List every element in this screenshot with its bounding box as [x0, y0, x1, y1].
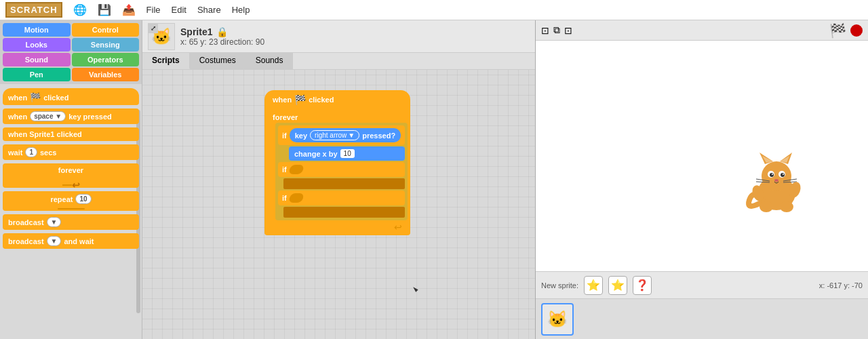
pen-category[interactable]: Pen: [3, 68, 71, 81]
motion-category[interactable]: Motion: [3, 23, 71, 37]
and-wait-label: and wait: [64, 237, 94, 245]
costumes-tab[interactable]: Costumes: [190, 53, 246, 69]
if-label-2: if: [282, 165, 287, 174]
file-menu[interactable]: File: [146, 5, 161, 15]
script-block-group: when 🏁 clicked forever if key: [264, 90, 410, 235]
clicked-label: clicked: [43, 94, 68, 102]
change-label: change x by: [294, 150, 338, 158]
scripts-canvas[interactable]: when 🏁 clicked forever if key: [142, 70, 535, 339]
if-body-2: [283, 207, 405, 218]
change-value[interactable]: 10: [340, 149, 355, 158]
hat-flag-icon: 🏁: [294, 94, 306, 105]
svg-point-12: [774, 179, 778, 182]
forever-wrapper[interactable]: forever if key right arrow ▼: [264, 109, 410, 235]
save-icon[interactable]: 💾: [98, 3, 111, 16]
svg-point-8: [770, 173, 774, 177]
blocks-palette: Motion Control Looks Sensing Sound Opera…: [0, 20, 142, 339]
stop-button[interactable]: [850, 24, 863, 37]
key-dropdown-arrow[interactable]: ▼: [348, 132, 355, 139]
sprite-name: Sprite1: [180, 26, 212, 37]
broadcast-wait-block[interactable]: broadcast ▼ and wait: [3, 233, 139, 249]
repeat-block[interactable]: repeat 10: [3, 191, 139, 211]
flag-icon: 🏁: [30, 92, 41, 102]
paint-sprite-button[interactable]: ⭐: [584, 276, 603, 295]
when-key-pressed-block[interactable]: when space ▼ key pressed: [3, 108, 139, 124]
edit-menu[interactable]: Edit: [172, 5, 186, 15]
blocks-list: when 🏁 clicked when space ▼ key pressed …: [0, 84, 142, 339]
sensing-category[interactable]: Sensing: [72, 38, 140, 52]
when-sprite-label: when Sprite1 clicked: [8, 130, 82, 138]
share-menu[interactable]: Share: [197, 5, 221, 15]
forever-label-canvas: forever: [270, 112, 408, 123]
broadcast-wait-dropdown[interactable]: ▼: [47, 236, 62, 246]
key-pressed-condition[interactable]: key right arrow ▼ pressed?: [290, 128, 401, 142]
script-tabs: Scripts Costumes Sounds: [142, 53, 535, 70]
forever-block[interactable]: forever ↩: [3, 163, 139, 188]
stage-panel: ⊡ ⧉ ⊡ 🏁: [536, 20, 868, 339]
key-label: key: [295, 132, 307, 140]
upload-sprite-button[interactable]: ⭐: [608, 276, 627, 295]
scripts-tab[interactable]: Scripts: [142, 53, 190, 69]
variables-category[interactable]: Variables: [72, 68, 140, 81]
sprite-cat: [739, 149, 807, 217]
if-label-1: if: [282, 132, 287, 140]
sprite-header: ⤢ 🐱 Sprite1 🔒 x: 65 y: 23 direction: 90: [142, 20, 535, 53]
if-body-1: [283, 178, 405, 189]
main-layout: Motion Control Looks Sensing Sound Opera…: [0, 20, 868, 339]
green-flag-button[interactable]: 🏁: [829, 22, 846, 39]
secs-label: secs: [40, 148, 56, 157]
new-sprite-label: New sprite:: [541, 281, 578, 290]
stage-coordinates: x: -617 y: -70: [819, 281, 863, 290]
share-icon[interactable]: 📤: [122, 3, 136, 16]
sprite-list-item-1[interactable]: 🐱: [541, 303, 574, 336]
lock-icon[interactable]: 🔒: [216, 26, 228, 37]
if-block-3[interactable]: if: [278, 191, 405, 205]
forever-label: forever: [58, 166, 83, 174]
stage-bottom: New sprite: ⭐ ⭐ ❓ x: -617 y: -70: [536, 271, 868, 298]
broadcast-block[interactable]: broadcast ▼: [3, 214, 139, 230]
repeat-label: repeat: [50, 195, 73, 203]
wait-label: wait: [8, 148, 22, 157]
hat-when-label: when: [273, 96, 292, 104]
when-sprite-clicked-block[interactable]: when Sprite1 clicked: [3, 127, 139, 141]
stage-canvas[interactable]: [536, 41, 868, 271]
when2-label: when: [8, 113, 27, 121]
resize-icon-1[interactable]: ⊡: [541, 25, 549, 36]
if-label-3: if: [282, 194, 287, 202]
pressed-label: pressed?: [362, 132, 395, 140]
repeat-value[interactable]: 10: [75, 194, 91, 204]
sounds-tab[interactable]: Sounds: [246, 53, 294, 69]
scripts-panel: ⤢ 🐱 Sprite1 🔒 x: 65 y: 23 direction: 90 …: [142, 20, 536, 339]
wait-block[interactable]: wait 1 secs: [3, 144, 139, 160]
mouse-cursor: [410, 283, 418, 296]
empty-condition-2: [288, 193, 304, 203]
control-category[interactable]: Control: [72, 23, 140, 37]
resize-icon-2[interactable]: ⧉: [553, 24, 560, 36]
operators-category[interactable]: Operators: [72, 53, 140, 66]
key-value-pill[interactable]: right arrow ▼: [310, 130, 359, 140]
help-menu[interactable]: Help: [232, 5, 250, 15]
wait-value[interactable]: 1: [25, 147, 37, 157]
sprite-info: Sprite1 🔒 x: 65 y: 23 direction: 90: [180, 26, 264, 47]
forever-body: if key right arrow ▼ pressed?: [275, 123, 408, 220]
hat-block[interactable]: when 🏁 clicked: [264, 90, 410, 109]
when-label: when: [8, 94, 27, 102]
key-dropdown[interactable]: space ▼: [30, 111, 66, 121]
svg-point-10: [772, 174, 773, 175]
camera-sprite-button[interactable]: ❓: [633, 276, 652, 295]
if-block-1[interactable]: if key right arrow ▼ pressed?: [278, 125, 405, 145]
key-pressed-label: key pressed: [68, 113, 112, 121]
broadcast-label: broadcast: [8, 218, 44, 226]
empty-condition-1: [288, 165, 304, 174]
when-flag-clicked-block[interactable]: when 🏁 clicked: [3, 88, 139, 105]
broadcast-dropdown[interactable]: ▼: [47, 217, 62, 227]
resize-icon-3[interactable]: ⊡: [564, 25, 572, 36]
sound-category[interactable]: Sound: [3, 53, 71, 66]
if-block-2[interactable]: if: [278, 162, 405, 177]
change-x-block[interactable]: change x by 10: [289, 146, 405, 161]
expand-button[interactable]: ⤢: [149, 24, 158, 33]
globe-icon[interactable]: 🌐: [73, 3, 87, 16]
sprites-row: 🐱: [536, 298, 868, 339]
stage-toolbar: ⊡ ⧉ ⊡ 🏁: [536, 20, 868, 41]
looks-category[interactable]: Looks: [3, 38, 71, 52]
